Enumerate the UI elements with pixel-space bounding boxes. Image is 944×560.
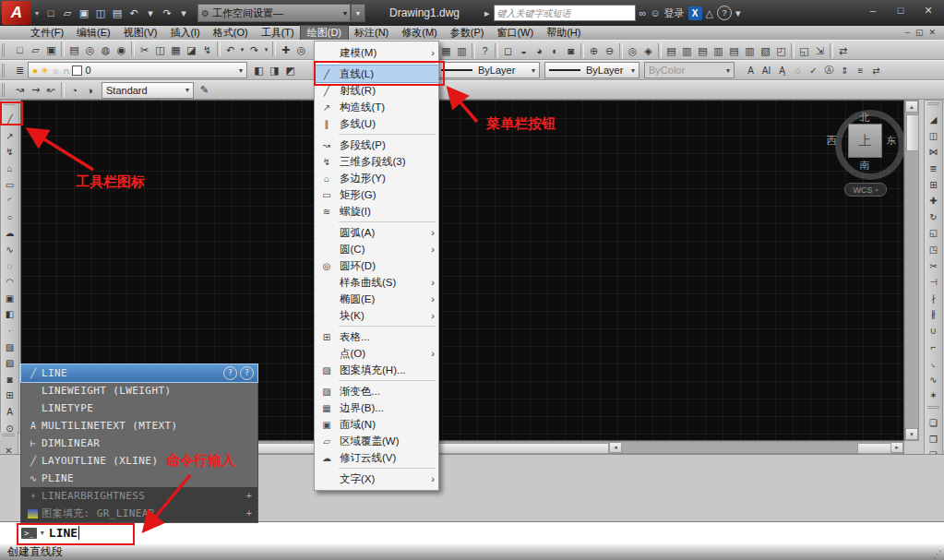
modify-join-icon[interactable]: ∪ — [926, 323, 942, 340]
menu-item-table[interactable]: ⊞ 表格... — [315, 328, 438, 345]
menu-parametric[interactable]: 参数(P) — [444, 26, 491, 40]
layer-properties-icon[interactable]: ≣ — [12, 62, 28, 78]
draw-table-icon[interactable]: ⊞ — [2, 387, 18, 404]
draw-region-icon[interactable]: ◙ — [2, 372, 18, 388]
chevron-down-icon[interactable]: ▾ — [735, 7, 741, 19]
match-properties-icon[interactable]: ◪ — [184, 42, 199, 58]
draw-line-icon[interactable]: ╱ — [2, 112, 18, 128]
zoom-object-icon[interactable]: ◙ — [563, 42, 579, 59]
leader-style-icon[interactable]: ⇝ — [28, 82, 43, 99]
draw-make-block-icon[interactable]: ◧ — [2, 306, 18, 323]
toolbar-icon[interactable] — [131, 42, 135, 56]
modify-mirror-icon[interactable]: ⋈ — [926, 144, 942, 161]
menu-item-ray[interactable]: ╱ 射线(R) — [315, 82, 438, 99]
toolbar-icon[interactable] — [830, 43, 833, 58]
scroll-up-icon[interactable]: ▴ — [905, 101, 918, 113]
layer-on-icon[interactable]: ● — [32, 66, 38, 76]
menu-item-circle[interactable]: 圆(C) › — [315, 241, 438, 257]
undo-icon[interactable]: ↶ — [125, 5, 142, 21]
redo-icon[interactable]: ↷ — [246, 42, 262, 58]
suggestion-line[interactable]: ╱ LINE ? ? — [21, 364, 257, 382]
suggestion-pline[interactable]: ∿ PLINE — [21, 470, 257, 487]
menu-item-ellipse[interactable]: 椭圆(E) › — [315, 291, 438, 307]
modify-explode-icon[interactable]: ✶ — [926, 387, 942, 404]
layer-select[interactable]: ● ☀ ☼ ∩ 0 ▾ — [28, 62, 247, 78]
redo-icon[interactable]: ↷ — [159, 5, 175, 21]
modify-scale-icon[interactable]: ◱ — [926, 225, 942, 242]
draw-spline-icon[interactable]: ∿ — [2, 242, 18, 258]
draw-construction-line-icon[interactable]: ↗ — [2, 128, 18, 145]
suggestion-dimlinear[interactable]: ⊢ DIMLINEAR — [21, 435, 257, 452]
layer-vp-freeze-icon[interactable]: ☼ — [52, 66, 60, 76]
pdf-attach-icon[interactable]: ▤ — [726, 42, 742, 59]
toolbar-icon[interactable] — [791, 43, 795, 58]
scroll-left-icon[interactable]: ◂ — [609, 442, 622, 453]
menu-dimension[interactable]: 标注(N) — [348, 26, 395, 40]
menu-item-block[interactable]: 块(K) › — [315, 307, 438, 324]
command-input[interactable]: LINE — [49, 526, 79, 540]
layer-color-swatch[interactable] — [72, 66, 82, 76]
toolbar-icon[interactable] — [61, 82, 65, 97]
workspace-select[interactable]: ⚙ 工作空间设置— ▾ — [197, 4, 351, 22]
new-icon[interactable]: □ — [42, 5, 59, 21]
menu-insert[interactable]: 插入(I) — [163, 26, 206, 40]
image-clip-icon[interactable]: ◰ — [773, 42, 789, 59]
block-editor-icon[interactable]: ↯ — [199, 42, 215, 58]
copy-icon[interactable]: ◫ — [152, 42, 168, 58]
panel-grip[interactable] — [3, 434, 15, 441]
modify-offset-icon[interactable]: ≣ — [926, 161, 942, 177]
save-as-icon[interactable]: ◫ — [92, 5, 109, 21]
modify-trim-icon[interactable]: ✂ — [926, 257, 942, 274]
draw-hatch-icon[interactable]: ▨ — [2, 339, 18, 355]
draw-insert-block-icon[interactable]: ▣ — [2, 291, 18, 307]
menu-item-spline[interactable]: 样条曲线(S) › — [315, 274, 438, 291]
menu-item-modeling[interactable]: 建模(M) › — [315, 44, 438, 61]
menu-item-arc[interactable]: 圆弧(A) › — [315, 224, 438, 241]
modify-move-icon[interactable]: ✚ — [926, 193, 942, 209]
suggestion-hatch-gr-linear[interactable]: 图案填充: GR_LINEAR + — [21, 505, 257, 522]
draw-arc-icon[interactable]: ◜ — [2, 193, 18, 209]
autocad-logo-icon[interactable]: A — [2, 1, 31, 25]
convert-distance-icon[interactable]: ⇄ — [868, 62, 884, 78]
undo-dropdown-icon[interactable]: ▾ — [142, 5, 159, 21]
expand-plus-icon[interactable]: + — [245, 507, 252, 519]
draw-ellipse-icon[interactable]: ◌ — [2, 257, 18, 274]
draw-mtext-icon[interactable]: A — [2, 404, 18, 421]
find-replace-icon[interactable]: ◌ — [790, 62, 806, 78]
external-reference-icon[interactable]: ◱ — [796, 42, 812, 59]
cut-icon[interactable]: ✂ — [137, 42, 152, 58]
bring-to-front-icon[interactable]: ❏ — [926, 415, 942, 432]
vertical-scroll-thumb[interactable] — [906, 114, 919, 151]
image-attach-icon[interactable]: ▧ — [758, 42, 773, 59]
layer-previous-icon[interactable]: ◩ — [282, 62, 298, 78]
minimize-button[interactable]: – — [859, 1, 887, 19]
draw-polygon-icon[interactable]: ⌂ — [2, 161, 18, 177]
modify-fillet-icon[interactable]: ◟ — [926, 355, 942, 372]
chevron-down-icon[interactable]: ▾ — [631, 66, 635, 75]
open-icon[interactable]: ▱ — [59, 5, 76, 21]
toolbar-grip[interactable] — [4, 102, 16, 110]
chevron-down-icon[interactable]: ▾ — [41, 529, 44, 537]
dgn-clip-icon[interactable]: ▥ — [711, 42, 726, 59]
draw-gradient-icon[interactable]: ▧ — [2, 355, 18, 372]
layer-states-icon[interactable]: ◧ — [251, 62, 267, 78]
toolbar-icon[interactable] — [217, 42, 221, 56]
draw-rectangle-icon[interactable]: ▭ — [2, 176, 18, 193]
redo-dropdown-icon[interactable]: ▾ — [175, 5, 192, 21]
dwf-attach-icon[interactable]: ▤ — [663, 42, 679, 59]
style-edit-icon[interactable]: ✎ — [197, 82, 212, 99]
viewcube-west-label[interactable]: 西 — [822, 134, 841, 148]
dim-style-icon[interactable]: ↝ — [12, 82, 28, 99]
modify-copy-icon[interactable]: ◫ — [926, 128, 942, 145]
modify-blend-icon[interactable]: ∿ — [926, 372, 942, 388]
menu-item-rectangle[interactable]: ▭ 矩形(G) — [315, 186, 438, 203]
doc-restore-button[interactable]: ◱ — [915, 28, 924, 37]
import-icon[interactable]: ⇲ — [812, 42, 828, 59]
scroll-right-icon[interactable]: ▸ — [890, 442, 903, 453]
edit-text-icon[interactable]: Ą — [774, 62, 790, 78]
menu-item-revision-cloud[interactable]: ☁ 修订云线(V) — [315, 449, 438, 466]
menu-item-wipeout[interactable]: ▱ 区域覆盖(W) — [315, 433, 438, 449]
mleader-style-icon[interactable]: ↜ — [43, 82, 59, 99]
suggestion-linearbrightness[interactable]: ☀ LINEARBRIGHTNESS + — [21, 487, 257, 505]
toolbar-icon[interactable] — [272, 42, 276, 56]
